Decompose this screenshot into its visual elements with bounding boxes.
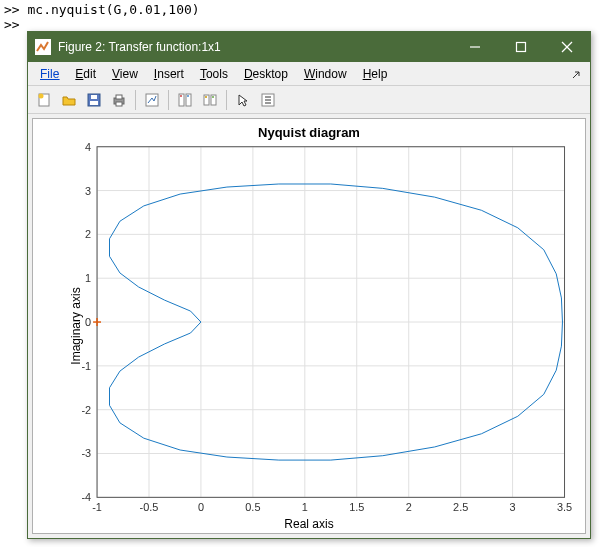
svg-text:-1: -1	[81, 360, 91, 372]
svg-text:-4: -4	[81, 491, 91, 503]
terminal[interactable]: >> mc.nyquist(G,0.01,100) >>	[0, 0, 600, 34]
save-button[interactable]	[82, 88, 106, 112]
menu-file[interactable]: File	[32, 65, 67, 83]
svg-rect-9	[91, 95, 97, 99]
tile-button[interactable]	[173, 88, 197, 112]
svg-text:2.5: 2.5	[453, 501, 468, 513]
svg-text:4: 4	[85, 141, 91, 153]
link-axes-button[interactable]	[198, 88, 222, 112]
new-figure-button[interactable]	[32, 88, 56, 112]
svg-rect-12	[116, 102, 122, 106]
svg-text:3: 3	[510, 501, 516, 513]
svg-point-21	[212, 96, 214, 98]
print-button[interactable]	[107, 88, 131, 112]
plot-area[interactable]: Nyquist diagram Imaginary axis Real axis…	[32, 118, 586, 534]
menu-insert[interactable]: Insert	[146, 65, 192, 83]
insert-colorbar-button[interactable]	[256, 88, 280, 112]
svg-text:-2: -2	[81, 404, 91, 416]
svg-text:-0.5: -0.5	[140, 501, 159, 513]
svg-rect-8	[90, 101, 98, 105]
svg-point-20	[205, 96, 207, 98]
pointer-button[interactable]	[231, 88, 255, 112]
svg-text:1: 1	[85, 272, 91, 284]
svg-text:0: 0	[198, 501, 204, 513]
menu-window[interactable]: Window	[296, 65, 355, 83]
menubar: File Edit View Insert Tools Desktop Wind…	[28, 62, 590, 86]
svg-text:0: 0	[85, 316, 91, 328]
menu-desktop[interactable]: Desktop	[236, 65, 296, 83]
svg-text:3: 3	[85, 185, 91, 197]
minimize-button[interactable]	[452, 32, 498, 62]
svg-text:0.5: 0.5	[245, 501, 260, 513]
svg-text:2: 2	[406, 501, 412, 513]
svg-rect-11	[116, 95, 122, 99]
edit-plot-button[interactable]	[140, 88, 164, 112]
svg-text:1.5: 1.5	[349, 501, 364, 513]
svg-text:3.5: 3.5	[557, 501, 572, 513]
close-button[interactable]	[544, 32, 590, 62]
toolbar	[28, 86, 590, 114]
menu-view[interactable]: View	[104, 65, 146, 83]
svg-text:-3: -3	[81, 447, 91, 459]
svg-point-17	[187, 95, 189, 97]
nyquist-plot-svg: -1-0.500.511.522.533.5-4-3-2-101234	[33, 119, 585, 533]
svg-rect-13	[146, 94, 158, 106]
open-button[interactable]	[57, 88, 81, 112]
menu-help[interactable]: Help	[355, 65, 396, 83]
terminal-prompt: >>	[4, 17, 596, 32]
maximize-button[interactable]	[498, 32, 544, 62]
matlab-figure-icon	[34, 38, 52, 56]
figure-window: Figure 2: Transfer function:1x1 File Edi…	[27, 31, 591, 539]
dock-icon[interactable]	[572, 67, 586, 81]
svg-text:1: 1	[302, 501, 308, 513]
svg-text:2: 2	[85, 228, 91, 240]
svg-rect-2	[517, 43, 526, 52]
menu-edit[interactable]: Edit	[67, 65, 104, 83]
svg-text:-1: -1	[92, 501, 102, 513]
titlebar[interactable]: Figure 2: Transfer function:1x1	[28, 32, 590, 62]
menu-tools[interactable]: Tools	[192, 65, 236, 83]
svg-point-16	[180, 95, 182, 97]
terminal-line: >> mc.nyquist(G,0.01,100)	[4, 2, 596, 17]
svg-point-6	[39, 93, 44, 98]
window-title: Figure 2: Transfer function:1x1	[58, 40, 452, 54]
